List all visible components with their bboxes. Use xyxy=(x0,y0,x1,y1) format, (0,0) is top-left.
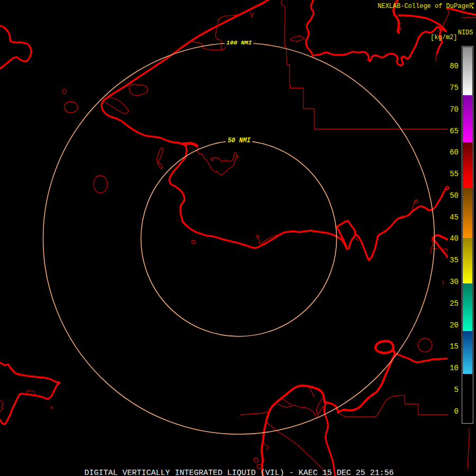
svg-text:45: 45 xyxy=(450,213,459,222)
svg-text:DIGITAL VERTICALLY INTEGRATED: DIGITAL VERTICALLY INTEGRATED LIQUID (VI… xyxy=(85,469,394,476)
svg-text:55: 55 xyxy=(450,170,459,178)
svg-text:NIDS: NIDS xyxy=(458,29,473,36)
svg-text:50: 50 xyxy=(450,191,459,200)
svg-text:5: 5 xyxy=(454,386,459,394)
svg-text:15: 15 xyxy=(450,342,459,351)
svg-text:20: 20 xyxy=(450,321,459,329)
svg-text:0: 0 xyxy=(454,407,459,416)
svg-text:[kg/m2]: [kg/m2] xyxy=(431,34,457,41)
svg-text:50 NMI: 50 NMI xyxy=(227,137,251,144)
svg-text:60: 60 xyxy=(450,148,459,157)
svg-text:30: 30 xyxy=(450,278,459,286)
svg-text:70: 70 xyxy=(450,105,459,114)
svg-text:25: 25 xyxy=(450,299,459,308)
svg-text:NEXLAB-College of DuPage: NEXLAB-College of DuPage xyxy=(378,3,469,10)
svg-text:80: 80 xyxy=(450,62,459,70)
svg-text:10: 10 xyxy=(450,364,459,372)
svg-text:100 NMI: 100 NMI xyxy=(226,39,252,46)
svg-text:75: 75 xyxy=(450,84,459,92)
svg-text:65: 65 xyxy=(450,127,459,135)
svg-text:35: 35 xyxy=(450,256,459,264)
svg-text:40: 40 xyxy=(450,234,459,243)
